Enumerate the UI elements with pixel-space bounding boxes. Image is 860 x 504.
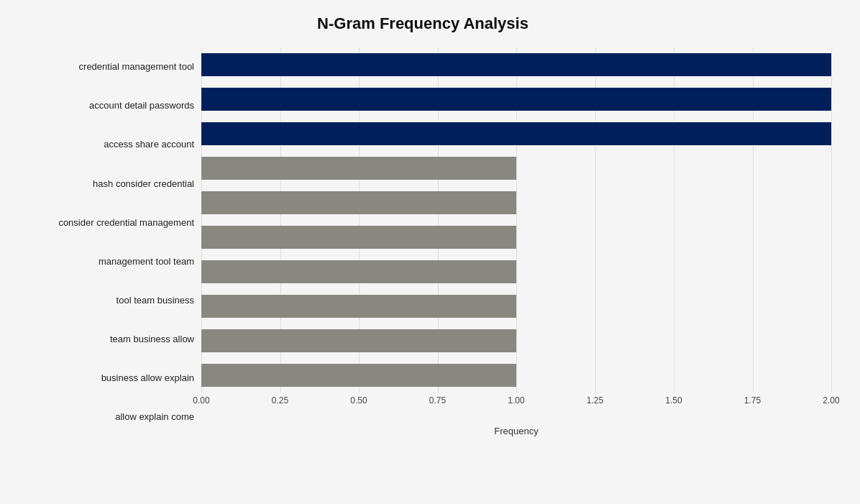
bar — [201, 157, 516, 180]
y-label: hash consider credential — [93, 169, 194, 198]
y-label: credential management tool — [79, 52, 194, 81]
bar-row — [201, 154, 831, 183]
bar-row — [201, 292, 831, 321]
x-tick: 0.75 — [429, 395, 446, 406]
chart-area: credential management toolaccount detail… — [14, 47, 831, 436]
x-tick: 0.50 — [350, 395, 367, 406]
x-tick: 0.00 — [193, 395, 209, 406]
x-tick: 1.75 — [744, 395, 761, 406]
chart-title: N-Gram Frequency Analysis — [14, 14, 831, 33]
grid-and-bars — [201, 47, 831, 393]
bar-row — [201, 50, 831, 79]
bar — [201, 329, 516, 352]
y-label: management tool team — [99, 247, 194, 276]
x-tick: 0.25 — [272, 395, 288, 406]
bar — [201, 226, 516, 249]
bar — [201, 364, 516, 387]
y-label: business allow explain — [101, 364, 194, 393]
bar-row — [201, 85, 831, 114]
y-axis: credential management toolaccount detail… — [14, 47, 201, 436]
y-label: consider credential management — [58, 208, 194, 237]
x-axis: 0.000.250.500.751.001.251.501.752.00 — [201, 395, 831, 424]
bar-row — [201, 188, 831, 217]
y-label: team business allow — [110, 325, 194, 354]
bar — [201, 53, 831, 76]
plot-area: 0.000.250.500.751.001.251.501.752.00 Fre… — [201, 47, 831, 436]
x-tick: 2.00 — [823, 395, 839, 406]
x-axis-label: Frequency — [201, 426, 831, 436]
bar — [201, 295, 516, 318]
bars-container — [201, 47, 831, 393]
bar-row — [201, 361, 831, 390]
x-tick: 1.00 — [508, 395, 524, 406]
bar-row — [201, 326, 831, 355]
bar-row — [201, 223, 831, 252]
bar — [201, 260, 516, 283]
y-label: tool team business — [116, 286, 194, 315]
x-tick: 1.50 — [665, 395, 682, 406]
chart-container: N-Gram Frequency Analysis credential man… — [0, 0, 860, 504]
y-label: access share account — [104, 130, 194, 159]
bar — [201, 122, 831, 145]
y-label: allow explain come — [115, 403, 194, 431]
y-label: account detail passwords — [89, 91, 194, 120]
x-tick: 1.25 — [587, 395, 603, 406]
bar-row — [201, 257, 831, 286]
grid-line — [831, 47, 832, 393]
bar-row — [201, 119, 831, 148]
bar — [201, 88, 831, 111]
bar — [201, 191, 516, 214]
